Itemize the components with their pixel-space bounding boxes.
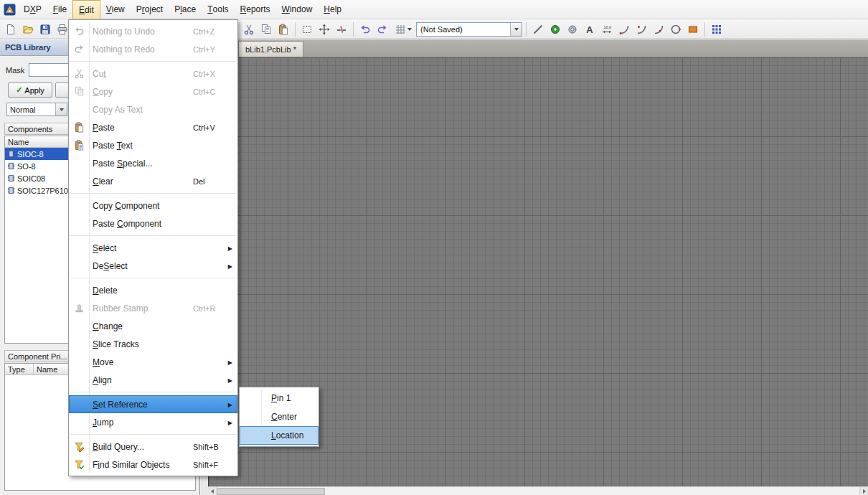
toolbar-separator [526, 22, 527, 37]
edit-menu-item-nothing-to-undo[interactable]: Nothing to UndoCtrl+Z [69, 22, 237, 40]
chevron-down-icon[interactable] [510, 23, 522, 36]
toolbar-separator [704, 22, 705, 37]
cut-icon [69, 68, 89, 79]
menubar-item-file[interactable]: File [47, 0, 72, 19]
menubar-item-help[interactable]: Help [318, 0, 347, 19]
place-dimension-icon[interactable]: .10,0 [599, 22, 615, 37]
scroll-right-icon[interactable] [859, 487, 868, 495]
canvas-hscrollbar[interactable] [208, 486, 868, 495]
place-via-icon[interactable] [565, 22, 580, 37]
menu-item-label: Location [268, 430, 303, 440]
toolbar-file-group [3, 21, 70, 37]
menu-separator [70, 235, 236, 236]
place-full-circle-icon[interactable] [668, 22, 684, 37]
set-reference-item-pin-1[interactable]: Pin 1 [240, 389, 319, 407]
edit-menu-item-paste-component[interactable]: Paste Component [69, 214, 237, 232]
menubar-item-edit[interactable]: Edit [72, 0, 100, 19]
component-name: SO-8 [17, 162, 36, 171]
edit-menu-item-jump[interactable]: Jump▶ [69, 413, 237, 431]
view-mode-select[interactable]: Normal [6, 103, 67, 116]
place-string-icon[interactable]: A [582, 22, 598, 37]
break-track-icon[interactable] [334, 22, 349, 37]
set-reference-submenu: Pin 1CenterLocation [239, 387, 319, 447]
edit-menu-item-paste-special[interactable]: Paste Special... [69, 154, 237, 172]
menu-item-label: Pin 1 [268, 393, 291, 403]
edit-menu-item-nothing-to-redo[interactable]: Nothing to RedoCtrl+Y [69, 40, 237, 58]
menubar-item-view[interactable]: View [100, 0, 131, 19]
menu-shortcut: Ctrl+R [193, 304, 233, 313]
redo-icon[interactable] [374, 22, 390, 37]
dxp-logo-icon[interactable] [4, 4, 16, 16]
edit-menu-item-select[interactable]: Select▶ [69, 239, 237, 257]
edit-menu-item-paste[interactable]: PasteCtrl+V [69, 118, 237, 136]
edit-menu-item-deselect[interactable]: DeSelect▶ [69, 257, 237, 275]
menu-item-label: Nothing to Undo [89, 27, 155, 37]
edit-menu-item-find-similar-objects[interactable]: Find Similar ObjectsShift+F [69, 456, 237, 473]
edit-menu-item-copy-component[interactable]: Copy Component [69, 197, 237, 214]
menubar-item-tools[interactable]: Tools [202, 0, 234, 19]
menubar-item-reports[interactable]: Reports [235, 0, 276, 19]
edit-menu-item-slice-tracks[interactable]: Slice Tracks [69, 335, 237, 353]
edit-menu-item-build-query[interactable]: Build Query...Shift+B [69, 438, 237, 456]
scrollbar-thumb[interactable] [217, 488, 325, 495]
scroll-left-icon[interactable] [208, 487, 217, 495]
primitives-section-label: Component Pri... [8, 352, 67, 361]
edit-menu-item-copy-as-text[interactable]: Copy As Text [69, 100, 237, 118]
place-pad-icon[interactable] [547, 22, 563, 37]
submenu-arrow-icon: ▶ [228, 377, 232, 383]
menu-item-label: Paste Text [89, 141, 133, 151]
edit-menu-item-delete[interactable]: Delete [69, 281, 237, 299]
menu-item-label: DeSelect [89, 261, 128, 271]
column-name: Name [37, 365, 57, 374]
menubar-item-dxp[interactable]: DXP [18, 0, 47, 19]
edit-menu-item-clear[interactable]: ClearDel [69, 172, 237, 190]
edit-menu-item-change[interactable]: Change [69, 317, 237, 335]
edit-menu-item-set-reference[interactable]: Set Reference▶ [69, 395, 237, 413]
edit-menu-item-move[interactable]: Move▶ [69, 353, 237, 371]
open-document-icon[interactable] [20, 22, 36, 37]
new-document-icon[interactable] [3, 22, 19, 37]
menu-item-label: Paste [89, 123, 115, 133]
menu-separator [70, 434, 236, 435]
submenu-arrow-icon: ▶ [228, 245, 232, 251]
components-section-label: Components [8, 125, 52, 133]
place-fill-icon[interactable] [685, 22, 701, 37]
set-reference-item-center[interactable]: Center [240, 407, 319, 426]
tab-pcblib-document[interactable]: bLib1.PcbLib * [238, 41, 303, 57]
move-icon[interactable] [316, 22, 332, 37]
place-line-icon[interactable] [530, 22, 546, 37]
snap-grid-icon[interactable] [392, 22, 415, 37]
undo-icon[interactable] [357, 22, 373, 37]
set-reference-item-location[interactable]: Location [240, 426, 319, 445]
chevron-down-icon[interactable] [407, 28, 412, 31]
edit-menu-item-align[interactable]: Align▶ [69, 371, 237, 389]
copy-icon[interactable] [258, 22, 274, 37]
submenu-arrow-icon: ▶ [228, 263, 232, 269]
component-name: SOIC08 [17, 174, 45, 183]
altium-dxp-window: DXPFileEditViewProjectPlaceToolsReportsW… [0, 0, 868, 495]
menubar-item-place[interactable]: Place [169, 0, 202, 19]
cut-icon[interactable] [241, 22, 257, 37]
paste-icon[interactable] [275, 22, 291, 37]
apply-button[interactable]: ✓Apply [8, 82, 52, 98]
menubar-item-project[interactable]: Project [131, 0, 169, 19]
edit-menu-item-rubber-stamp[interactable]: Rubber StampCtrl+R [69, 299, 237, 317]
edit-menu-item-copy[interactable]: CopyCtrl+C [69, 82, 237, 100]
edit-menu-item-paste-text[interactable]: Paste Text [69, 136, 237, 154]
save-document-icon[interactable] [37, 22, 53, 37]
document-tabbar: bLib1.PcbLib * [200, 39, 868, 57]
marquee-select-icon[interactable] [299, 22, 315, 37]
place-arc-center-icon[interactable] [633, 22, 649, 37]
active-document-combobox[interactable]: (Not Saved) [416, 22, 522, 37]
menu-shortcut: Shift+B [193, 443, 233, 451]
menubar-item-window[interactable]: Window [276, 0, 319, 19]
place-arc-any-angle-icon[interactable] [651, 22, 666, 37]
component-name: SIOC-8 [17, 150, 44, 159]
menu-shortcut: Ctrl+X [193, 70, 233, 78]
menu-item-label: Find Similar Objects [89, 460, 169, 470]
edit-menu-item-cut[interactable]: CutCtrl+X [69, 65, 237, 82]
svg-text:.10,0: .10,0 [603, 25, 611, 29]
menu-item-label: Select [89, 243, 116, 253]
paste-array-icon[interactable] [709, 22, 725, 37]
place-arc-edge-icon[interactable] [616, 22, 632, 37]
